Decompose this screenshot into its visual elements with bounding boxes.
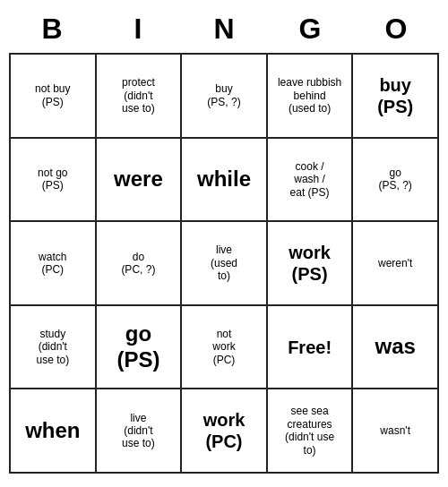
cell-3-2: not work (PC) bbox=[182, 306, 268, 390]
cell-text-3-2: not work (PC) bbox=[212, 328, 235, 366]
cell-text-2-4: weren't bbox=[378, 257, 412, 269]
cell-4-0: when bbox=[11, 389, 97, 474]
cell-text-1-3: cook / wash / eat (PS) bbox=[290, 160, 330, 199]
cell-3-4: was bbox=[353, 306, 439, 390]
cell-text-2-2: live (used to) bbox=[211, 244, 237, 282]
cell-0-2: buy (PS, ?) bbox=[182, 55, 268, 139]
cell-2-3: work (PS) bbox=[268, 222, 354, 306]
cell-2-4: weren't bbox=[353, 222, 439, 306]
cell-text-0-0: not buy (PS) bbox=[35, 82, 70, 108]
cell-text-1-1: were bbox=[114, 167, 163, 192]
cell-text-3-0: study (didn't use to) bbox=[36, 328, 69, 366]
header-letter: G bbox=[267, 9, 353, 49]
cell-text-4-0: when bbox=[25, 418, 80, 444]
cell-0-1: protect (didn't use to) bbox=[97, 55, 183, 139]
header-letter: I bbox=[95, 9, 181, 49]
cell-text-0-1: protect (didn't use to) bbox=[122, 76, 155, 115]
cell-text-2-0: watch (PC) bbox=[39, 251, 66, 277]
cell-0-4: buy (PS) bbox=[353, 55, 439, 139]
cell-text-1-0: not go (PS) bbox=[38, 167, 67, 192]
cell-text-0-4: buy (PS) bbox=[377, 74, 413, 117]
cell-text-4-4: wasn't bbox=[380, 424, 410, 437]
cell-text-1-4: go (PS, ?) bbox=[379, 167, 412, 192]
cell-4-4: wasn't bbox=[353, 389, 439, 474]
cell-0-3: leave rubbish behind (used to) bbox=[268, 55, 354, 139]
cell-text-0-2: buy (PS, ?) bbox=[207, 82, 240, 108]
cell-3-1: go (PS) bbox=[97, 306, 183, 390]
header-letter: N bbox=[181, 9, 267, 49]
cell-text-0-3: leave rubbish behind (used to) bbox=[271, 76, 349, 115]
cell-text-3-4: was bbox=[375, 334, 416, 360]
cell-1-3: cook / wash / eat (PS) bbox=[268, 139, 354, 223]
cell-text-2-1: do (PC, ?) bbox=[121, 251, 155, 277]
header-letter: B bbox=[9, 9, 95, 49]
cell-text-4-3: see sea creatures (didn't use to) bbox=[271, 405, 349, 457]
cell-text-4-1: live (didn't use to) bbox=[122, 412, 155, 450]
bingo-header: BINGO bbox=[9, 9, 439, 49]
cell-text-2-3: work (PS) bbox=[289, 242, 331, 285]
cell-4-2: work (PC) bbox=[182, 389, 268, 474]
cell-4-3: see sea creatures (didn't use to) bbox=[268, 389, 354, 474]
cell-text-4-2: work (PC) bbox=[203, 409, 246, 452]
header-letter: O bbox=[353, 9, 439, 49]
cell-text-1-2: while bbox=[197, 167, 251, 192]
cell-1-0: not go (PS) bbox=[11, 139, 97, 223]
cell-1-1: were bbox=[97, 139, 183, 223]
cell-4-1: live (didn't use to) bbox=[97, 389, 183, 474]
cell-text-3-3: Free! bbox=[288, 337, 332, 358]
cell-text-3-1: go (PS) bbox=[116, 321, 159, 373]
cell-3-3: Free! bbox=[268, 306, 354, 390]
cell-0-0: not buy (PS) bbox=[11, 55, 97, 139]
bingo-grid: not buy (PS)protect (didn't use to)buy (… bbox=[9, 53, 439, 474]
cell-2-0: watch (PC) bbox=[11, 222, 97, 306]
cell-2-1: do (PC, ?) bbox=[97, 222, 183, 306]
cell-3-0: study (didn't use to) bbox=[11, 306, 97, 390]
cell-1-2: while bbox=[182, 139, 268, 223]
cell-2-2: live (used to) bbox=[182, 222, 268, 306]
cell-1-4: go (PS, ?) bbox=[353, 139, 439, 223]
